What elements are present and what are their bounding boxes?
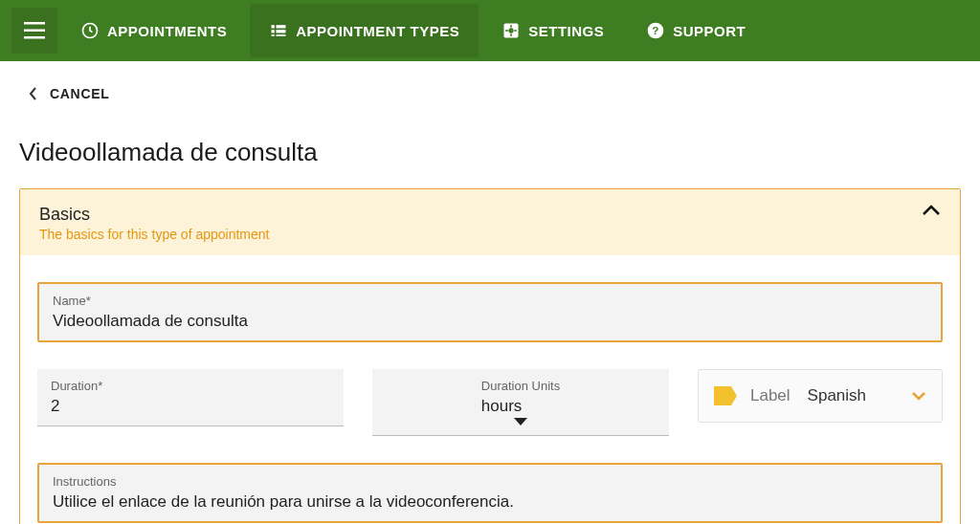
svg-rect-7 (277, 30, 286, 33)
svg-rect-1 (24, 30, 45, 33)
svg-rect-2 (24, 36, 45, 39)
tag-icon (714, 386, 737, 405)
svg-rect-8 (272, 34, 275, 36)
svg-rect-12 (510, 25, 512, 28)
cancel-button[interactable]: CANCEL (19, 80, 961, 111)
nav-appointment-types-label: APPOINTMENT TYPES (296, 23, 459, 39)
help-icon: ? (646, 21, 665, 40)
menu-button[interactable] (11, 8, 57, 54)
svg-rect-9 (277, 34, 286, 36)
instructions-label: Instructions (53, 474, 927, 489)
list-icon (269, 21, 288, 40)
page-title: Videoollamada de consulta (19, 138, 961, 167)
instructions-field[interactable]: Instructions (37, 463, 943, 523)
nav-appointments[interactable]: APPOINTMENTS (61, 4, 246, 57)
duration-units-label: Duration Units (481, 379, 560, 393)
chevron-down-icon (911, 391, 926, 401)
duration-label: Duration* (51, 379, 330, 393)
svg-rect-15 (515, 30, 518, 32)
basics-panel-body: Name* Duration* Duration Units hours (20, 255, 960, 524)
svg-text:?: ? (652, 24, 659, 36)
svg-rect-6 (272, 30, 275, 33)
dropdown-arrow-icon (514, 418, 527, 426)
svg-rect-0 (24, 22, 45, 25)
basics-panel-header[interactable]: Basics The basics for this type of appoi… (20, 189, 960, 255)
chevron-left-icon (29, 87, 38, 100)
nav-support[interactable]: ? SUPPORT (627, 4, 765, 57)
basics-title: Basics (39, 205, 269, 225)
svg-rect-13 (510, 33, 512, 36)
nav-settings-label: SETTINGS (528, 23, 604, 39)
nav-settings[interactable]: SETTINGS (482, 4, 623, 57)
chevron-up-icon (922, 205, 941, 216)
label-word: Label (750, 386, 791, 405)
label-value: Spanish (808, 386, 898, 405)
instructions-input[interactable] (53, 491, 927, 512)
label-select[interactable]: Label Spanish (698, 369, 943, 423)
content: CANCEL Videoollamada de consulta Basics … (0, 61, 980, 524)
clock-icon (80, 21, 100, 40)
svg-rect-5 (277, 25, 286, 28)
basics-panel: Basics The basics for this type of appoi… (19, 188, 961, 524)
topbar: APPOINTMENTS APPOINTMENT TYPES SETTINGS … (0, 0, 980, 61)
gear-icon (501, 21, 521, 40)
duration-units-value: hours (481, 395, 560, 416)
basics-subtitle: The basics for this type of appointment (39, 227, 269, 242)
name-input[interactable] (53, 310, 927, 331)
nav-appointment-types[interactable]: APPOINTMENT TYPES (250, 4, 479, 57)
duration-input[interactable] (51, 395, 330, 416)
duration-field[interactable]: Duration* (37, 369, 344, 426)
name-label: Name* (53, 294, 927, 308)
name-field[interactable]: Name* (37, 282, 943, 342)
duration-units-select[interactable]: Duration Units hours (372, 369, 669, 436)
nav-support-label: SUPPORT (673, 23, 746, 39)
cancel-label: CANCEL (50, 86, 110, 101)
svg-rect-14 (505, 30, 508, 32)
svg-rect-4 (272, 25, 275, 28)
hamburger-icon (24, 22, 45, 39)
nav-appointments-label: APPOINTMENTS (107, 23, 227, 39)
svg-point-11 (509, 28, 514, 33)
